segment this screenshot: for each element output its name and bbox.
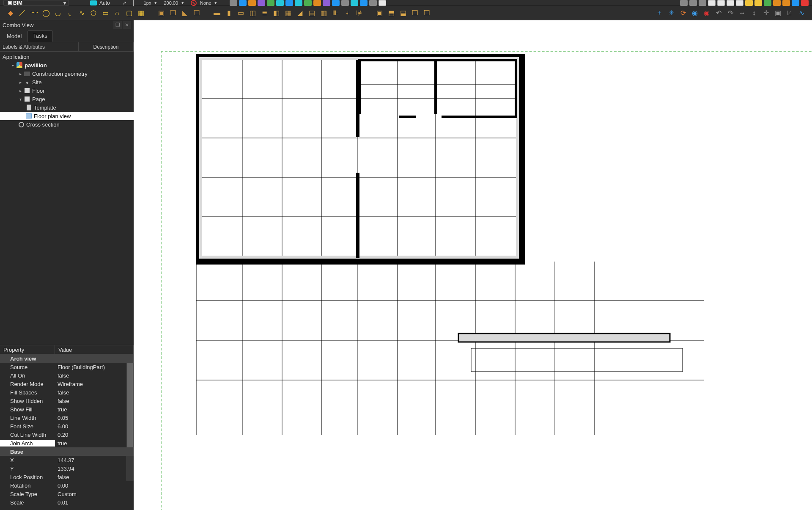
snap-int-icon[interactable] bbox=[276, 0, 284, 6]
snap-ext-icon[interactable] bbox=[295, 0, 302, 6]
page-icon[interactable] bbox=[708, 0, 716, 6]
property-row[interactable]: Cut Line Width0.20 bbox=[0, 430, 134, 439]
expand-icon[interactable]: ▸ bbox=[18, 72, 23, 76]
tree-item-floor[interactable]: ▸ Floor bbox=[0, 86, 134, 95]
property-value[interactable]: false bbox=[55, 389, 134, 396]
property-value[interactable]: false bbox=[55, 372, 134, 379]
roof-icon[interactable]: ◢ bbox=[295, 8, 304, 18]
text-s-icon[interactable] bbox=[782, 0, 790, 6]
snap-plane-icon[interactable] bbox=[379, 0, 386, 6]
property-row[interactable]: Scale TypeCustom bbox=[0, 490, 134, 498]
tag-icon[interactable]: ◣ bbox=[180, 8, 189, 18]
tree-item-page[interactable]: ▾ Page bbox=[0, 95, 134, 103]
property-value[interactable]: 0.01 bbox=[55, 499, 134, 506]
box3d2-icon[interactable]: ❐ bbox=[192, 8, 201, 18]
snap-near-icon[interactable] bbox=[323, 0, 330, 6]
snap-center-icon[interactable] bbox=[258, 0, 265, 6]
rect-icon[interactable]: ▭ bbox=[101, 8, 110, 18]
part2-icon[interactable]: ❒ bbox=[422, 8, 431, 18]
workbench-selector[interactable]: ▣ BIM ▾ bbox=[3, 0, 69, 6]
redo-icon[interactable]: ↷ bbox=[726, 8, 735, 18]
expand-icon[interactable]: ▸ bbox=[18, 80, 23, 85]
tree-root[interactable]: Application bbox=[0, 52, 134, 61]
bez-icon[interactable]: ∩ bbox=[112, 8, 122, 18]
angle-icon[interactable]: ⟀ bbox=[785, 8, 794, 18]
stairs-icon[interactable]: ≣ bbox=[260, 8, 269, 18]
panel-icon[interactable]: ▤ bbox=[307, 8, 316, 18]
tab-model[interactable]: Model bbox=[2, 31, 27, 42]
property-row[interactable]: Line Width0.05 bbox=[0, 414, 134, 422]
point-icon[interactable]: ◆ bbox=[6, 8, 15, 18]
globe-red-icon[interactable]: ◉ bbox=[702, 8, 711, 18]
property-value[interactable]: Wireframe bbox=[55, 381, 134, 387]
line-icon[interactable]: ／ bbox=[18, 8, 27, 18]
tree-item-floorplan[interactable]: Floor plan view bbox=[0, 112, 134, 120]
tab-tasks[interactable]: Tasks bbox=[27, 30, 52, 42]
shapebuilder-icon[interactable]: ▣ bbox=[156, 8, 166, 18]
section-archview[interactable]: Arch view bbox=[0, 354, 134, 363]
property-row[interactable]: Fill Spacesfalse bbox=[0, 388, 134, 397]
nudge-icon[interactable]: ↗ bbox=[121, 0, 128, 6]
expand-icon[interactable]: ▸ bbox=[18, 88, 23, 93]
snap-perp-icon[interactable] bbox=[285, 0, 293, 6]
plus-blue-icon[interactable]: ＋ bbox=[655, 8, 664, 18]
tool-b-icon[interactable] bbox=[689, 0, 697, 6]
profile-icon[interactable]: ▣ bbox=[375, 8, 384, 18]
expand-icon[interactable]: ▾ bbox=[10, 63, 15, 68]
snap-off-icon[interactable] bbox=[369, 0, 377, 6]
snap-dim-icon[interactable] bbox=[360, 0, 368, 6]
property-value[interactable]: 0.20 bbox=[55, 432, 134, 438]
tree-item-crosssection[interactable]: Cross section bbox=[0, 120, 134, 129]
beam-icon[interactable]: ▭ bbox=[236, 8, 245, 18]
slab-icon[interactable]: ◫ bbox=[248, 8, 257, 18]
property-row[interactable]: X144.37 bbox=[0, 456, 134, 464]
property-value[interactable]: true bbox=[55, 440, 134, 447]
tree-item-site[interactable]: ▸ 🜨 Site bbox=[0, 78, 134, 86]
tool-a-icon[interactable] bbox=[680, 0, 688, 6]
sine-icon[interactable] bbox=[792, 0, 799, 6]
color-auto[interactable]: Auto bbox=[90, 0, 110, 6]
snap-none[interactable]: None▾ bbox=[191, 0, 217, 6]
box-icon[interactable]: ▢ bbox=[124, 8, 134, 18]
page3-icon[interactable] bbox=[727, 0, 734, 6]
close-icon[interactable]: ✕ bbox=[123, 21, 131, 29]
property-value[interactable]: Floor (BuildingPart) bbox=[55, 364, 134, 370]
wire-icon[interactable]: 〰 bbox=[30, 8, 39, 18]
property-row[interactable]: Render ModeWireframe bbox=[0, 380, 134, 388]
tool-c-icon[interactable] bbox=[699, 0, 706, 6]
rec-icon[interactable] bbox=[801, 0, 809, 6]
frame-icon[interactable]: ▥ bbox=[319, 8, 328, 18]
col-property[interactable]: Property bbox=[0, 345, 55, 354]
part-icon[interactable]: ❒ bbox=[410, 8, 420, 18]
spline-icon[interactable]: ∿ bbox=[77, 8, 86, 18]
tree-item-construction[interactable]: ▸ Construction geometry bbox=[0, 69, 134, 78]
property-value[interactable]: Custom bbox=[55, 491, 134, 497]
fence-icon[interactable]: ⊪ bbox=[331, 8, 340, 18]
circle-icon[interactable]: ◯ bbox=[41, 8, 51, 18]
col-desc[interactable]: Description bbox=[79, 42, 134, 52]
property-value[interactable]: false bbox=[55, 398, 134, 404]
property-row[interactable]: Show Hiddenfalse bbox=[0, 397, 134, 405]
property-value[interactable]: 0.00 bbox=[55, 482, 134, 489]
snap-angle-icon[interactable] bbox=[267, 0, 274, 6]
column-icon[interactable]: ▮ bbox=[224, 8, 233, 18]
rebar-icon[interactable]: ⊯ bbox=[354, 8, 364, 18]
grid-icon[interactable] bbox=[230, 0, 237, 6]
move-h-icon[interactable]: ↔ bbox=[738, 8, 747, 18]
property-row[interactable]: Show Filltrue bbox=[0, 405, 134, 414]
snap-grid2-icon[interactable] bbox=[341, 0, 349, 6]
window-icon[interactable]: ▦ bbox=[283, 8, 293, 18]
property-value[interactable]: 6.00 bbox=[55, 423, 134, 430]
page4-icon[interactable] bbox=[736, 0, 743, 6]
property-value[interactable]: true bbox=[55, 406, 134, 413]
snap-par-icon[interactable] bbox=[304, 0, 312, 6]
arc3p-icon[interactable]: ◟ bbox=[65, 8, 74, 18]
property-value[interactable]: 144.37 bbox=[55, 457, 134, 463]
text-a-icon[interactable] bbox=[773, 0, 781, 6]
center-icon[interactable]: ✛ bbox=[761, 8, 771, 18]
truss-icon[interactable]: ⫞ bbox=[343, 8, 352, 18]
struct-icon[interactable]: ⬓ bbox=[398, 8, 408, 18]
property-row[interactable]: All Onfalse bbox=[0, 371, 134, 380]
drawing-canvas[interactable] bbox=[134, 20, 812, 510]
line-px[interactable]: 1px▾ bbox=[144, 0, 157, 6]
